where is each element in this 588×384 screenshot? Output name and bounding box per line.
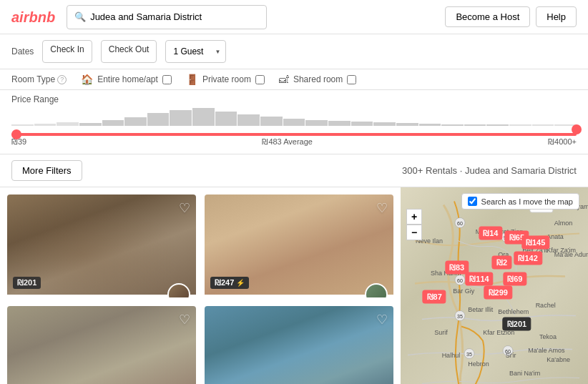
couch-icon: 🛋 xyxy=(279,74,289,85)
guests-select-wrap: 1 Guest 2 Guests 3 Guests xyxy=(165,40,226,63)
map-price-marker[interactable]: ₪87 xyxy=(423,290,446,304)
price-average-label: ₪483 Average xyxy=(262,137,313,147)
listing-favorite-button[interactable]: ♡ xyxy=(179,200,190,216)
price-fill xyxy=(11,133,577,136)
histogram-bar xyxy=(305,120,328,126)
listing-price-badge: ₪247 ⚡ xyxy=(210,277,249,289)
private-room-option[interactable]: 🚪 Private room xyxy=(186,74,265,85)
listing-host-avatar xyxy=(167,283,190,297)
map-price-marker[interactable]: ₪114 xyxy=(465,272,493,285)
more-filters-row: More Filters 300+ Rentals · Judea and Sa… xyxy=(0,154,588,187)
map-zoom-controls: + − xyxy=(406,209,422,240)
map-panel[interactable]: 60 90 60 356 35 35 60 al-RamGeva Binyami… xyxy=(401,187,588,384)
histogram-bar xyxy=(283,119,305,126)
map-background: 60 90 60 356 35 35 60 al-RamGeva Binyami… xyxy=(401,187,588,384)
histogram-bar xyxy=(170,110,192,126)
map-search-toggle[interactable]: Search as I move the map xyxy=(461,193,579,210)
guests-select[interactable]: 1 Guest 2 Guests 3 Guests xyxy=(165,40,226,63)
logo: airbnb xyxy=(11,8,55,26)
results-count: 300+ Rentals · Judea and Samaria Distric… xyxy=(402,165,577,176)
histogram-bar xyxy=(237,114,260,126)
listing-image: ₪247 ⚡♡ xyxy=(205,195,393,295)
histogram-bar xyxy=(486,124,509,126)
room-type-row: Room Type ? 🏠 Entire home/apt 🚪 Private … xyxy=(0,69,588,90)
histogram-bar xyxy=(147,113,170,126)
histogram-bar xyxy=(419,124,441,126)
listing-favorite-button[interactable]: ♡ xyxy=(376,312,388,328)
histogram-bar xyxy=(509,124,531,126)
map-price-marker[interactable]: ₪2 xyxy=(492,256,511,270)
price-track xyxy=(11,133,577,136)
room-type-info-icon: ? xyxy=(57,75,67,84)
home-icon: 🏠 xyxy=(81,74,93,85)
map-price-marker[interactable]: ₪69 xyxy=(503,272,526,285)
become-host-button[interactable]: Become a Host xyxy=(445,6,530,27)
listing-card[interactable]: ₪83♡Stone Arch RoomPrivate room xyxy=(7,306,196,385)
listing-card[interactable]: ₪201♡Bethlehem Cave ** Two PersonsPrivat… xyxy=(7,195,196,297)
histogram-bar xyxy=(373,122,396,126)
private-room-checkbox[interactable] xyxy=(255,75,265,84)
histogram-bar xyxy=(396,123,418,126)
search-bar[interactable]: 🔍 xyxy=(67,5,267,29)
header: airbnb 🔍 Become a Host Help xyxy=(0,0,588,34)
histogram-bar xyxy=(351,122,373,126)
svg-text:60: 60 xyxy=(457,221,463,226)
main-content: ₪201♡Bethlehem Cave ** Two PersonsPrivat… xyxy=(0,187,588,384)
price-min-thumb[interactable] xyxy=(11,129,21,139)
search-as-move-checkbox[interactable] xyxy=(468,197,477,206)
search-input[interactable] xyxy=(90,11,259,22)
svg-text:35: 35 xyxy=(466,352,472,357)
listing-image: ₪201♡ xyxy=(7,195,196,295)
price-range-label: Price Range xyxy=(11,94,577,104)
histogram-bar xyxy=(464,124,486,126)
listing-host-avatar xyxy=(365,283,388,297)
histogram-bar xyxy=(192,108,215,126)
dates-label: Dates xyxy=(11,46,34,56)
door-icon: 🚪 xyxy=(186,74,198,85)
histogram-bar xyxy=(57,122,79,126)
map-price-marker[interactable]: ₪299 xyxy=(484,285,512,299)
histogram-bar xyxy=(260,117,283,126)
entire-home-label: Entire home/apt xyxy=(97,74,158,84)
room-type-label: Room Type ? xyxy=(11,74,67,84)
histogram-bar xyxy=(34,124,57,126)
entire-home-checkbox[interactable] xyxy=(162,75,172,84)
listing-favorite-button[interactable]: ♡ xyxy=(179,312,190,328)
listing-favorite-button[interactable]: ♡ xyxy=(376,200,388,216)
svg-text:60: 60 xyxy=(457,278,463,283)
listing-price-badge: ₪201 xyxy=(13,277,41,289)
svg-text:60: 60 xyxy=(505,349,511,354)
shared-room-label: Shared room xyxy=(293,74,343,84)
histogram-bar xyxy=(102,120,124,126)
more-filters-button[interactable]: More Filters xyxy=(11,160,82,181)
check-out-input[interactable]: Check Out xyxy=(101,40,157,63)
map-price-marker[interactable]: ₪14 xyxy=(479,226,502,240)
map-price-marker[interactable]: ₪142 xyxy=(514,251,542,265)
svg-text:35: 35 xyxy=(457,314,463,319)
listing-card[interactable]: ₪247 ⚡♡Charming 100 Year Old Village H..… xyxy=(205,195,393,297)
price-labels: ₪39 ₪483 Average ₪4000+ xyxy=(11,137,577,147)
price-max-thumb[interactable] xyxy=(572,124,582,134)
search-icon: 🔍 xyxy=(74,11,86,22)
zoom-in-button[interactable]: + xyxy=(406,209,422,225)
shared-room-option[interactable]: 🛋 Shared room xyxy=(279,74,356,85)
histogram-bar xyxy=(328,121,351,126)
histogram-bar xyxy=(124,117,147,126)
zoom-out-button[interactable]: − xyxy=(406,225,422,240)
price-histogram xyxy=(11,108,577,126)
map-price-marker[interactable]: ₪145 xyxy=(521,235,549,249)
listing-image: ₪114♡ xyxy=(205,306,393,385)
map-price-marker[interactable]: ₪201 xyxy=(503,317,531,331)
check-in-input[interactable]: Check In xyxy=(42,40,92,63)
histogram-bar xyxy=(215,112,237,126)
help-button[interactable]: Help xyxy=(536,6,577,27)
histogram-bar xyxy=(532,124,554,126)
search-as-move-label: Search as I move the map xyxy=(481,197,573,206)
shared-room-checkbox[interactable] xyxy=(347,75,356,84)
header-actions: Become a Host Help xyxy=(445,6,577,27)
entire-home-option[interactable]: 🏠 Entire home/apt xyxy=(81,74,172,85)
price-range-row: Price Range ₪39 ₪483 Average ₪4000+ xyxy=(0,90,588,154)
listing-card[interactable]: ₪114♡Old City CourtyardEntire home/apt xyxy=(205,306,393,385)
price-max-label: ₪4000+ xyxy=(548,137,577,147)
price-slider-container xyxy=(11,107,577,136)
